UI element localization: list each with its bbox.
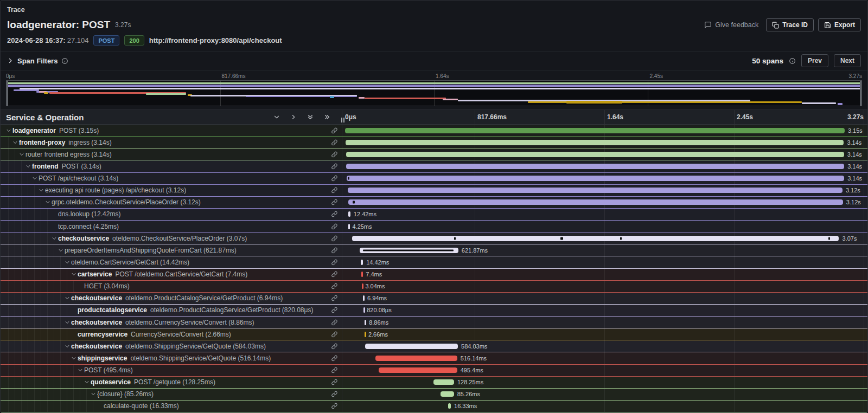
span-row-label[interactable]: {closure} (85.26ms) <box>1 389 342 400</box>
column-resize-handle[interactable] <box>341 118 344 122</box>
chevron-down-icon[interactable] <box>25 164 32 169</box>
span-bar[interactable] <box>348 224 350 229</box>
span-link-icon[interactable] <box>331 403 338 410</box>
span-filters-toggle[interactable]: Span Filters <box>7 57 68 65</box>
span-row[interactable]: {closure} (85.26ms) 85.26ms <box>1 389 867 401</box>
expand-all-icon[interactable] <box>323 113 331 121</box>
chevron-down-icon[interactable] <box>12 140 19 145</box>
span-row[interactable]: oteldemo.CartService/GetCart (14.42ms) 1… <box>1 256 867 268</box>
span-bar[interactable] <box>346 152 844 157</box>
span-row[interactable]: checkoutservice oteldemo.ProductCatalogS… <box>1 293 867 305</box>
span-row-timeline[interactable]: 3.14s <box>342 149 867 160</box>
span-row-timeline[interactable]: 820.08μs <box>342 305 867 316</box>
viewport-handle-right[interactable] <box>860 81 861 106</box>
span-link-icon[interactable] <box>331 223 338 230</box>
chevron-down-icon[interactable] <box>91 391 97 397</box>
span-row-timeline[interactable]: 621.87ms <box>342 244 867 256</box>
viewport-handle-left[interactable] <box>7 81 8 106</box>
span-row-label[interactable]: productcatalogservice oteldemo.ProductCa… <box>1 305 342 316</box>
span-bar[interactable] <box>365 320 366 325</box>
span-bar[interactable] <box>346 140 844 145</box>
span-row-timeline[interactable]: 2.66ms <box>342 328 867 340</box>
span-row[interactable]: HGET (3.04ms) 3.04ms <box>1 281 867 293</box>
span-bar[interactable] <box>365 332 366 337</box>
span-row-timeline[interactable]: 584.03ms <box>342 340 867 352</box>
span-row-timeline[interactable]: 7.4ms <box>342 269 867 280</box>
chevron-down-icon[interactable] <box>39 188 45 193</box>
span-row[interactable]: POST (495.4ms) 495.4ms <box>1 365 867 377</box>
span-row[interactable]: loadgenerator POST (3.15s) 3.15s <box>1 125 867 137</box>
collapse-all-icon[interactable] <box>307 113 314 121</box>
span-row[interactable]: frontend-proxy ingress (3.14s) 3.14s <box>1 137 867 149</box>
span-link-icon[interactable] <box>331 307 338 314</box>
span-row-label[interactable]: POST (495.4ms) <box>1 365 342 376</box>
span-link-icon[interactable] <box>331 259 338 266</box>
info-icon[interactable] <box>61 57 68 64</box>
span-row[interactable]: calculate-quote (16.33ms) 16.33ms <box>1 401 867 412</box>
chevron-down-icon[interactable] <box>65 344 71 349</box>
span-row-timeline[interactable]: 3.14s <box>342 160 867 172</box>
span-row-label[interactable]: frontend POST (3.14s) <box>1 160 342 172</box>
span-row-timeline[interactable]: 4.25ms <box>342 221 867 232</box>
span-link-icon[interactable] <box>331 379 338 386</box>
span-row[interactable]: executing api route (pages) /api/checkou… <box>1 185 867 197</box>
span-link-icon[interactable] <box>331 163 338 170</box>
span-row-timeline[interactable]: 16.33ms <box>342 401 867 412</box>
span-bar[interactable] <box>362 283 363 289</box>
span-bar[interactable] <box>379 367 457 373</box>
chevron-down-icon[interactable] <box>65 295 71 301</box>
span-row-timeline[interactable]: 128.25ms <box>342 377 867 388</box>
chevron-down-icon[interactable] <box>78 367 84 373</box>
span-link-icon[interactable] <box>331 175 338 182</box>
span-row-label[interactable]: checkoutservice oteldemo.CurrencyService… <box>1 317 342 328</box>
span-row-label[interactable]: currencyservice CurrencyService/Convert … <box>1 328 342 340</box>
span-bar[interactable] <box>347 176 844 181</box>
chevron-down-icon[interactable] <box>45 199 52 205</box>
span-row-timeline[interactable]: 85.26ms <box>342 389 867 400</box>
span-row-label[interactable]: checkoutservice oteldemo.CheckoutService… <box>1 233 342 244</box>
span-row-label[interactable]: loadgenerator POST (3.15s) <box>1 125 342 136</box>
span-link-icon[interactable] <box>331 151 338 158</box>
span-link-icon[interactable] <box>331 343 338 350</box>
chevron-down-icon[interactable] <box>19 152 25 157</box>
span-link-icon[interactable] <box>331 235 338 242</box>
info-icon[interactable] <box>789 57 796 64</box>
chevron-down-icon[interactable] <box>65 320 71 325</box>
span-row-timeline[interactable]: 3.07s <box>342 233 867 244</box>
span-row-timeline[interactable]: 495.4ms <box>342 365 867 376</box>
span-link-icon[interactable] <box>331 247 338 254</box>
span-bar[interactable] <box>448 403 451 409</box>
span-row-label[interactable]: checkoutservice oteldemo.ProductCatalogS… <box>1 293 342 304</box>
span-link-icon[interactable] <box>331 354 338 362</box>
span-link-icon[interactable] <box>331 367 338 374</box>
span-bar[interactable] <box>345 128 845 133</box>
span-row-timeline[interactable]: 3.12s <box>342 197 867 208</box>
span-row-label[interactable]: POST /api/checkout (3.14s) <box>1 173 342 184</box>
chevron-right-icon[interactable] <box>7 57 14 64</box>
span-row[interactable]: dns.lookup (12.42ms) 12.42ms <box>1 209 867 221</box>
span-row[interactable]: frontend POST (3.14s) 3.14s <box>1 160 867 172</box>
next-button[interactable]: Next <box>834 54 861 67</box>
span-row[interactable]: prepareOrderItemsAndShippingQuoteFromCar… <box>1 244 867 256</box>
collapse-one-icon[interactable] <box>273 113 280 121</box>
chevron-down-icon[interactable] <box>58 248 65 253</box>
minimap-viewport[interactable] <box>6 80 862 106</box>
span-link-icon[interactable] <box>331 331 338 338</box>
span-bar[interactable] <box>352 236 839 241</box>
span-row[interactable]: checkoutservice oteldemo.CurrencyService… <box>1 317 867 328</box>
span-bar[interactable] <box>361 260 363 265</box>
span-row-timeline[interactable]: 3.15s <box>342 125 867 136</box>
span-row[interactable]: grpc.oteldemo.CheckoutService/PlaceOrder… <box>1 197 867 209</box>
span-row[interactable]: checkoutservice oteldemo.ShippingService… <box>1 340 867 352</box>
span-row-label[interactable]: oteldemo.CartService/GetCart (14.42ms) <box>1 256 342 268</box>
span-link-icon[interactable] <box>331 271 338 278</box>
chevron-down-icon[interactable] <box>6 128 12 133</box>
span-row-timeline[interactable]: 3.12s <box>342 185 867 196</box>
span-row[interactable]: router frontend egress (3.14s) 3.14s <box>1 149 867 160</box>
span-row-label[interactable]: HGET (3.04ms) <box>1 281 342 292</box>
chevron-down-icon[interactable] <box>65 260 71 265</box>
span-row[interactable]: productcatalogservice oteldemo.ProductCa… <box>1 305 867 317</box>
span-row-timeline[interactable]: 3.04ms <box>342 281 867 292</box>
span-bar[interactable] <box>348 211 350 217</box>
span-bar[interactable] <box>365 344 458 349</box>
